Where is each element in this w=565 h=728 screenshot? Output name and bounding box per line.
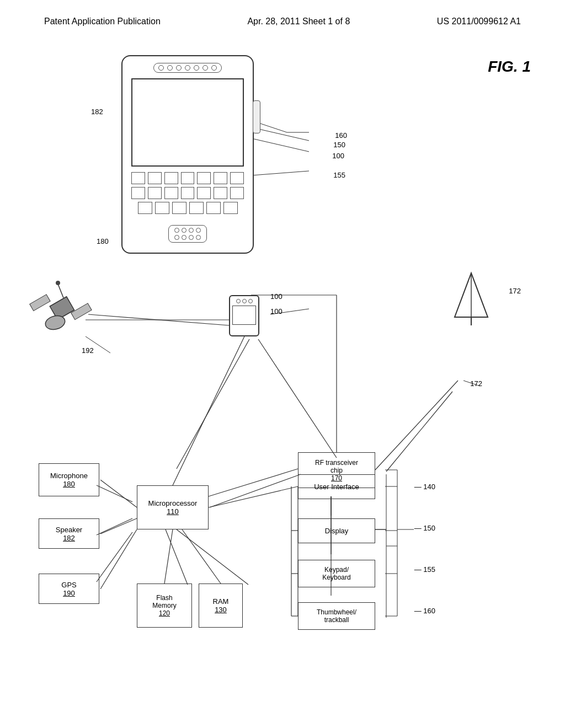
block-microphone: Microphone 180 <box>39 463 99 496</box>
block-display: Display <box>298 518 375 543</box>
svg-line-16 <box>210 474 301 507</box>
key-1 <box>131 172 145 184</box>
block-flash-number: 120 <box>159 609 170 617</box>
block-diagram-lines <box>0 0 565 728</box>
svg-rect-28 <box>30 295 50 311</box>
header-left: Patent Application Publication <box>44 17 161 26</box>
antenna-illustration <box>449 270 493 325</box>
svg-line-14 <box>97 518 132 535</box>
annotation-172: 172 <box>509 287 521 295</box>
svg-line-56 <box>173 336 244 485</box>
dot-4 <box>185 65 190 71</box>
svg-line-37 <box>100 480 137 507</box>
key-15 <box>138 202 152 214</box>
key-20 <box>223 202 238 214</box>
svg-line-55 <box>88 314 229 325</box>
key-18 <box>189 202 204 214</box>
device-small-container <box>229 295 259 336</box>
svg-line-43 <box>209 486 298 507</box>
block-speaker-number: 182 <box>63 534 75 542</box>
svg-line-42 <box>209 469 298 496</box>
block-ram: RAM 130 <box>199 584 243 628</box>
svg-line-39 <box>100 529 137 589</box>
annotation-192: 192 <box>82 346 94 355</box>
annotation-100b: 100 <box>270 307 282 315</box>
block-ram-number: 130 <box>215 606 227 614</box>
svg-line-54 <box>375 381 458 470</box>
mic-dot-8 <box>196 235 201 240</box>
device-screen <box>131 78 244 167</box>
annotation-100a: 100 <box>332 152 344 160</box>
key-6 <box>214 172 227 184</box>
dot-2 <box>167 65 173 71</box>
block-user-interface: User Interface <box>298 474 375 499</box>
block-ram-label: RAM <box>213 597 229 606</box>
figure-label: FIG. 1 <box>488 58 531 76</box>
small-screen <box>232 306 256 325</box>
key-8 <box>131 187 145 199</box>
sd-dot-2 <box>242 299 247 303</box>
block-gps-label: GPS <box>61 581 76 589</box>
svg-point-31 <box>56 281 60 285</box>
key-11 <box>181 187 195 199</box>
small-device-dots <box>230 299 258 303</box>
svg-line-20 <box>386 392 452 472</box>
block-thumbwheel-label: Thumbwheel/trackball <box>317 608 356 624</box>
key-16 <box>155 202 169 214</box>
thumbwheel-widget <box>253 100 260 133</box>
block-keypad: Keypad/Keyboard <box>298 560 375 587</box>
block-speaker-label: Speaker <box>56 526 82 534</box>
key-19 <box>206 202 221 214</box>
annotation-180: 180 <box>97 237 109 245</box>
page-header: Patent Application Publication Apr. 28, … <box>0 17 565 26</box>
key-7 <box>230 172 244 184</box>
block-microprocessor: Microprocessor 110 <box>137 485 209 529</box>
label-172: 172 <box>470 379 482 388</box>
dot-3 <box>176 65 182 71</box>
block-microphone-label: Microphone <box>50 472 88 480</box>
block-keypad-label: Keypad/Keyboard <box>322 566 350 581</box>
microphone-dots <box>168 225 207 243</box>
dot-7 <box>211 65 217 71</box>
annotation-140: — 140 <box>414 483 435 491</box>
device-illustration <box>121 55 254 254</box>
key-3 <box>164 172 178 184</box>
block-flash-label: FlashMemory <box>152 594 176 609</box>
annotation-160: 160 <box>335 131 347 140</box>
svg-line-15 <box>97 532 132 582</box>
device-small <box>229 295 259 336</box>
label-100-small: 100 <box>270 292 282 301</box>
mic-dot-7 <box>189 235 194 240</box>
block-flash-memory: FlashMemory 120 <box>137 584 192 628</box>
dot-5 <box>194 65 199 71</box>
annotation-182: 182 <box>91 108 103 116</box>
dot-6 <box>202 65 208 71</box>
device-outer <box>121 55 254 254</box>
mic-dot-6 <box>182 235 186 240</box>
key-5 <box>197 172 211 184</box>
svg-line-13 <box>97 485 132 502</box>
device-keypad <box>131 172 244 217</box>
annotation-160b: — 160 <box>414 607 435 615</box>
svg-line-7 <box>177 339 249 469</box>
annotation-155: 155 <box>333 171 345 179</box>
block-speaker: Speaker 182 <box>39 518 99 549</box>
key-10 <box>164 187 178 199</box>
key-17 <box>172 202 186 214</box>
svg-line-40 <box>164 529 173 584</box>
mic-dot-1 <box>174 228 179 233</box>
block-thumbwheel: Thumbwheel/trackball <box>298 602 375 630</box>
mic-dot-3 <box>189 228 194 233</box>
svg-line-30 <box>58 284 63 298</box>
svg-line-12 <box>177 529 248 585</box>
sd-dot-1 <box>236 299 241 303</box>
svg-line-38 <box>100 518 137 534</box>
block-microprocessor-label: Microprocessor <box>148 499 198 507</box>
block-ui-label: User Interface <box>314 483 359 491</box>
annotation-150: 150 <box>333 141 345 149</box>
svg-rect-29 <box>71 303 92 320</box>
key-4 <box>181 172 195 184</box>
mic-dot-5 <box>174 235 179 240</box>
mic-dot-2 <box>182 228 186 233</box>
key-9 <box>148 187 162 199</box>
